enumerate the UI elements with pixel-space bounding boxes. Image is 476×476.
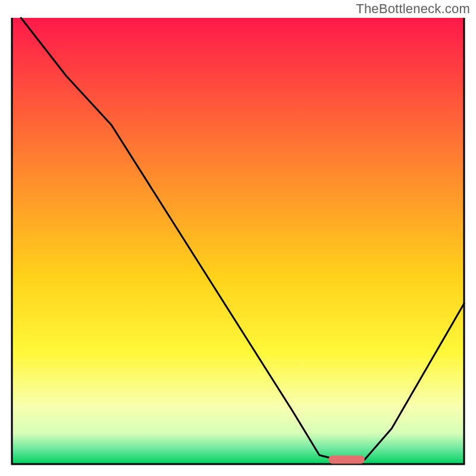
watermark-text: TheBottleneck.com — [356, 1, 470, 17]
optimal-marker — [328, 456, 365, 464]
bottleneck-chart — [0, 0, 476, 476]
heatmap-background — [12, 18, 464, 464]
chart-container: TheBottleneck.com — [0, 0, 476, 476]
